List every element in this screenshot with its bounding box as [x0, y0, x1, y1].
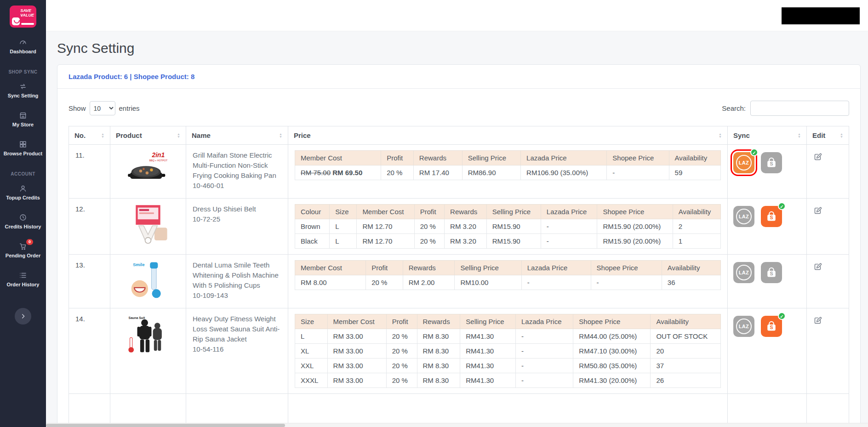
price-value-cell: 20 %	[366, 275, 403, 290]
price-column-header: Shopee Price	[597, 205, 673, 219]
price-value-cell: RM44.00 (25.00%)	[573, 329, 651, 344]
sidebar: SAVEVALUE Dashboard SHOP SYNC Sync Setti…	[0, 0, 46, 427]
synced-check-icon: ✓	[778, 202, 786, 210]
brand-logo[interactable]: SAVEVALUE	[10, 6, 36, 28]
price-value-cell: 26	[651, 373, 721, 388]
search-input[interactable]	[750, 101, 849, 116]
top-header	[46, 0, 868, 31]
sidebar-section-account: ACCOUNT	[11, 171, 35, 176]
horizontal-scrollbar-thumb[interactable]	[46, 424, 285, 427]
lazada-sync-button[interactable]: LAZ✓	[733, 152, 754, 173]
lazada-sync-button[interactable]: LAZ	[733, 316, 754, 337]
sidebar-item-credits-history[interactable]: Credits History	[0, 213, 46, 229]
sidebar-item-topup-credits[interactable]: Topup Credits	[0, 184, 46, 200]
sidebar-item-my-store[interactable]: My Store	[0, 111, 46, 127]
product-cell	[110, 199, 186, 255]
sidebar-item-pending-order[interactable]: 0 Pending Order	[0, 242, 46, 258]
table-row: 13.SmileDental Luma Smile Teeth Whitenin…	[69, 255, 849, 308]
name-cell: Dress Up Shisei Belt10-72-25	[186, 199, 288, 255]
price-column-header: Profit	[386, 314, 417, 329]
page-size-select[interactable]: 10	[90, 101, 115, 115]
lazada-icon	[736, 319, 752, 334]
edit-button[interactable]	[812, 151, 823, 164]
table-row-partial	[69, 394, 849, 426]
product-sku: 10-460-01	[193, 181, 281, 191]
price-value-cell: RM 3.20	[445, 234, 487, 249]
svg-text:BBQ + HOTPOT: BBQ + HOTPOT	[149, 159, 168, 162]
lazada-icon	[736, 155, 752, 171]
sidebar-item-label: My Store	[12, 122, 34, 127]
price-value-cell: Brown	[295, 219, 330, 234]
horizontal-scrollbar[interactable]	[46, 423, 868, 427]
edit-cell	[807, 145, 849, 199]
sidebar-item-order-history[interactable]: Order History	[0, 271, 46, 287]
app-layout: SAVEVALUE Dashboard SHOP SYNC Sync Setti…	[0, 0, 868, 427]
price-value-cell: 37	[651, 359, 721, 373]
sort-icon: ▲▼	[840, 133, 843, 138]
price-column-header: Selling Price	[486, 205, 541, 219]
product-name: Grill Maifan Stone Electric Multi-Functi…	[193, 150, 281, 181]
sidebar-item-label: Pending Order	[6, 253, 40, 258]
price-value-cell: -	[541, 219, 597, 234]
price-value-cell: RM 2.00	[403, 275, 455, 290]
price-value-cell: RM 12.70	[357, 234, 414, 249]
column-header-no[interactable]: No.▲▼	[69, 126, 110, 145]
price-value-cell: RM50.80 (35.00%)	[573, 359, 651, 373]
column-header-name[interactable]: Name▲▼	[186, 126, 288, 145]
column-header-product[interactable]: Product▲▼	[110, 126, 186, 145]
price-column-header: Shopee Price	[607, 151, 669, 165]
price-column-header: Selling Price	[462, 151, 520, 165]
price-value-cell: RM 8.30	[417, 359, 460, 373]
edit-cell	[807, 394, 849, 426]
lazada-sync-button[interactable]: LAZ	[733, 206, 754, 227]
product-table-body: 11.2in1BBQ + HOTPOTGrill Maifan Stone El…	[69, 145, 849, 426]
name-cell: Dental Luma Smile Teeth Whitening & Poli…	[186, 255, 288, 308]
sidebar-item-dashboard[interactable]: Dashboard	[0, 38, 46, 54]
price-column-header: Profit	[366, 261, 403, 275]
price-column-header: Profit	[414, 205, 444, 219]
price-value-cell: 20 %	[414, 234, 444, 249]
brand-bag-icon	[12, 17, 20, 25]
shopee-sync-button[interactable]: S✓	[761, 206, 782, 227]
shopee-sync-button[interactable]: S	[761, 262, 782, 283]
svg-text:Sauna Suit: Sauna Suit	[129, 316, 145, 319]
price-column-header: Shopee Price	[591, 261, 662, 275]
teeth-whitening-image: Smile	[124, 259, 172, 303]
price-value-cell: RM 75.00 RM 69.50	[295, 165, 381, 180]
shopee-bag-icon: S	[765, 319, 778, 333]
page-content: Sync Setting Lazada Product: 6 | Shopee …	[46, 31, 868, 427]
price-column-header: Colour	[295, 205, 330, 219]
product-image: Smile	[124, 259, 172, 303]
edit-button[interactable]	[812, 315, 823, 327]
price-column-header: Rewards	[403, 261, 455, 275]
price-column-header: Rewards	[413, 151, 462, 165]
price-table-header-row: SizeMember CostProfitRewardsSelling Pric…	[295, 314, 721, 329]
column-header-edit[interactable]: Edit▲▼	[807, 126, 849, 145]
svg-text:S: S	[770, 161, 773, 166]
edit-button[interactable]	[812, 261, 823, 273]
price-value-cell: RM 33.00	[327, 359, 386, 373]
price-table-header-row: Member CostProfitRewardsSelling PriceLaz…	[295, 261, 721, 275]
edit-cell	[807, 255, 849, 308]
sync-icon	[19, 82, 27, 91]
column-header-sync[interactable]: Sync▲▼	[728, 126, 807, 145]
shopee-sync-button[interactable]: S	[761, 152, 782, 173]
sidebar-section-shop-sync: SHOP SYNC	[8, 69, 37, 74]
price-value-cell: Black	[295, 234, 330, 249]
history-list-icon	[19, 271, 27, 279]
price-value-cell: 20 %	[386, 359, 417, 373]
sidebar-item-browse-product[interactable]: Browse Product	[0, 140, 46, 156]
price-value-cell: RM 33.00	[327, 344, 386, 359]
shopee-sync-button[interactable]: S✓	[761, 316, 782, 337]
edit-pencil-icon	[813, 316, 822, 325]
page-title: Sync Setting	[57, 40, 861, 56]
card-body: Show 10 entries Search:	[57, 89, 860, 427]
product-cell: 2in1BBQ + HOTPOT	[110, 145, 186, 199]
column-header-price[interactable]: Price▲▼	[288, 126, 728, 145]
lazada-sync-button[interactable]: LAZ	[733, 262, 754, 283]
sidebar-collapse-button[interactable]	[15, 308, 31, 325]
edit-button[interactable]	[812, 205, 823, 217]
sidebar-item-sync-setting[interactable]: Sync Setting	[0, 82, 46, 98]
product-sku: 10-109-143	[193, 290, 281, 301]
shopee-bag-icon: S	[765, 156, 778, 170]
